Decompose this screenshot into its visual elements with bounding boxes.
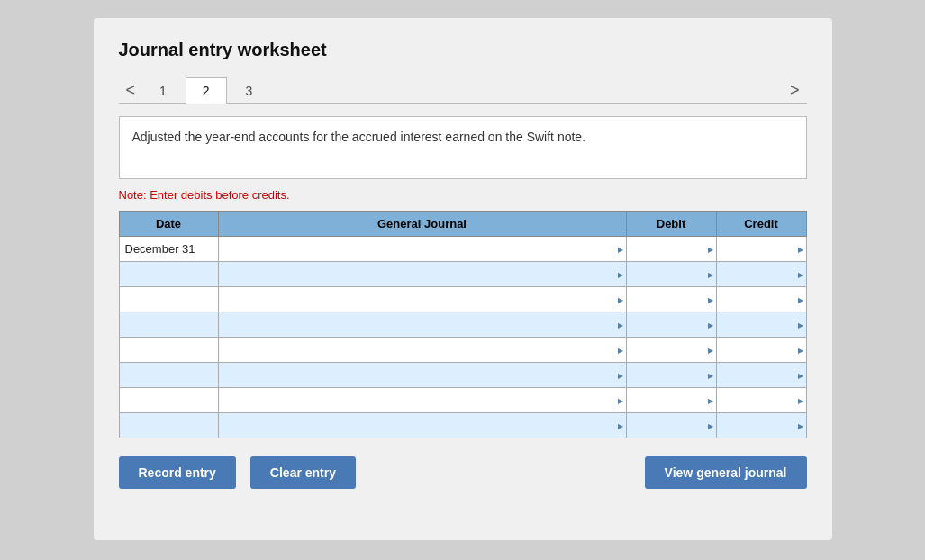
tab-next-button[interactable]: >: [783, 78, 807, 102]
cell-credit-7[interactable]: [716, 388, 806, 413]
input-debit-4[interactable]: [627, 312, 716, 337]
table-body: [119, 237, 806, 438]
table-row: [119, 262, 806, 287]
input-general-5[interactable]: [219, 338, 626, 362]
input-credit-4[interactable]: [717, 312, 806, 337]
table-row: [119, 312, 806, 338]
page-title: Journal entry worksheet: [119, 40, 807, 60]
view-general-journal-button[interactable]: View general journal: [645, 456, 807, 489]
input-debit-3[interactable]: [627, 287, 716, 312]
cell-debit-8[interactable]: [626, 413, 716, 438]
input-general-2[interactable]: [219, 262, 626, 286]
header-general: General Journal: [218, 212, 626, 237]
cell-date-3[interactable]: [119, 287, 218, 312]
cell-date-4[interactable]: [119, 312, 218, 338]
input-credit-5[interactable]: [717, 338, 806, 362]
cell-debit-5[interactable]: [626, 338, 716, 363]
tab-prev-button[interactable]: <: [119, 78, 143, 102]
input-date-6[interactable]: [120, 363, 218, 387]
cell-credit-6[interactable]: [716, 363, 806, 388]
buttons-row: Record entry Clear entry View general jo…: [119, 456, 807, 489]
cell-general-3[interactable]: [218, 287, 626, 312]
input-credit-8[interactable]: [717, 413, 806, 438]
journal-entry-worksheet: Journal entry worksheet < 1 2 3 > Adjust…: [94, 18, 832, 540]
input-general-1[interactable]: [219, 237, 626, 261]
input-credit-1[interactable]: [717, 237, 806, 261]
input-debit-6[interactable]: [627, 363, 716, 387]
tab-2[interactable]: 2: [186, 77, 227, 104]
cell-credit-4[interactable]: [716, 312, 806, 338]
input-credit-6[interactable]: [717, 363, 806, 387]
cell-date-6[interactable]: [119, 363, 218, 388]
tabs-navigation: < 1 2 3 >: [119, 77, 807, 104]
cell-debit-4[interactable]: [626, 312, 716, 338]
description-box: Adjusted the year-end accounts for the a…: [119, 116, 807, 179]
cell-credit-1[interactable]: [716, 237, 806, 262]
header-credit: Credit: [716, 212, 806, 237]
cell-general-2[interactable]: [218, 262, 626, 287]
cell-date-2[interactable]: [119, 262, 218, 287]
cell-general-7[interactable]: [218, 388, 626, 413]
cell-general-1[interactable]: [218, 237, 626, 262]
input-debit-2[interactable]: [627, 262, 716, 286]
table-header: Date General Journal Debit Credit: [119, 212, 806, 237]
cell-debit-3[interactable]: [626, 287, 716, 312]
cell-debit-6[interactable]: [626, 363, 716, 388]
input-debit-7[interactable]: [627, 388, 716, 412]
header-date: Date: [119, 212, 218, 237]
cell-debit-2[interactable]: [626, 262, 716, 287]
input-date-7[interactable]: [120, 388, 218, 412]
cell-date-7[interactable]: [119, 388, 218, 413]
table-row: [119, 287, 806, 312]
input-general-8[interactable]: [219, 413, 626, 438]
input-general-6[interactable]: [219, 363, 626, 387]
input-credit-2[interactable]: [717, 262, 806, 286]
journal-table: Date General Journal Debit Credit: [119, 211, 807, 438]
input-credit-3[interactable]: [717, 287, 806, 312]
input-date-2[interactable]: [120, 262, 218, 286]
input-general-7[interactable]: [219, 388, 626, 412]
input-credit-7[interactable]: [717, 388, 806, 412]
cell-general-5[interactable]: [218, 338, 626, 363]
table-row: [119, 388, 806, 413]
tab-1[interactable]: 1: [142, 77, 184, 104]
input-debit-8[interactable]: [627, 413, 716, 438]
cell-general-8[interactable]: [218, 413, 626, 438]
tabs-spacer: [271, 77, 783, 103]
clear-entry-button[interactable]: Clear entry: [250, 456, 356, 489]
cell-credit-3[interactable]: [716, 287, 806, 312]
note-text: Note: Enter debits before credits.: [119, 188, 807, 202]
table-row: [119, 413, 806, 438]
input-date-1[interactable]: [120, 237, 218, 261]
input-general-4[interactable]: [219, 312, 626, 337]
input-date-3[interactable]: [120, 287, 218, 312]
description-text: Adjusted the year-end accounts for the a…: [132, 130, 586, 144]
table-row: [119, 363, 806, 388]
cell-date-1[interactable]: [119, 237, 218, 262]
tab-3[interactable]: 3: [229, 77, 270, 104]
cell-general-4[interactable]: [218, 312, 626, 338]
cell-credit-8[interactable]: [716, 413, 806, 438]
input-date-4[interactable]: [120, 312, 218, 337]
cell-date-5[interactable]: [119, 338, 218, 363]
input-debit-5[interactable]: [627, 338, 716, 362]
cell-credit-2[interactable]: [716, 262, 806, 287]
input-general-3[interactable]: [219, 287, 626, 312]
table-row: [119, 338, 806, 363]
cell-debit-1[interactable]: [626, 237, 716, 262]
input-date-8[interactable]: [120, 413, 218, 438]
cell-date-8[interactable]: [119, 413, 218, 438]
cell-general-6[interactable]: [218, 363, 626, 388]
cell-credit-5[interactable]: [716, 338, 806, 363]
table-row: [119, 237, 806, 262]
input-debit-1[interactable]: [627, 237, 716, 261]
input-date-5[interactable]: [120, 338, 218, 362]
record-entry-button[interactable]: Record entry: [119, 456, 236, 489]
cell-debit-7[interactable]: [626, 388, 716, 413]
header-debit: Debit: [626, 212, 716, 237]
